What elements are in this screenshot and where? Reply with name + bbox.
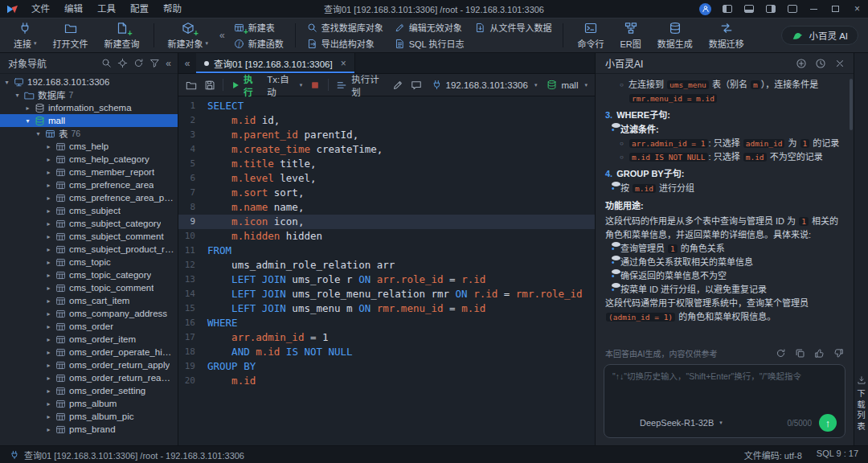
chevron-right-icon[interactable]: ▸ <box>45 246 52 253</box>
new-query-button[interactable]: 新建查询 <box>97 19 147 51</box>
tree-item-cms-subject-product-relation[interactable]: ▸cms_subject_product_relation <box>0 243 178 256</box>
chevron-right-icon[interactable]: ▸ <box>45 400 52 408</box>
chevron-right-icon[interactable]: ▸ <box>45 285 52 292</box>
copy-icon[interactable] <box>795 348 805 359</box>
tree-item-oms-order-item[interactable]: ▸oms_order_item <box>0 333 178 346</box>
chevron-right-icon[interactable]: ▸ <box>45 336 52 343</box>
tree-item-cms-member-report[interactable]: ▸cms_member_report <box>0 166 178 178</box>
tree-item-oms-order-return-reason[interactable]: ▸oms_order_return_reason <box>0 371 178 384</box>
save-icon[interactable] <box>204 80 215 91</box>
chevron-right-icon[interactable]: ▸ <box>45 220 52 227</box>
code-line-9[interactable]: 9 m.icon icon, <box>178 215 595 229</box>
tree-item-information-schema[interactable]: ▸information_schema <box>0 101 178 114</box>
tree-item-cms-subject[interactable]: ▸cms_subject <box>0 204 178 217</box>
tree-item-[interactable]: ▾数据库7 <box>0 88 178 101</box>
tree-item-cms-subject-comment[interactable]: ▸cms_subject_comment <box>0 230 178 243</box>
chevron-right-icon[interactable]: ▸ <box>45 272 52 279</box>
code-line-6[interactable]: 6 m.level level, <box>178 171 595 186</box>
file-encoding[interactable]: 文件编码: utf-8 <box>744 449 802 461</box>
cursor-position[interactable]: SQL 9 : 17 <box>817 449 858 461</box>
tabs-overflow-icon[interactable]: « <box>178 53 196 73</box>
layout-right-icon[interactable] <box>760 0 781 18</box>
ai-assistant-button[interactable]: 小百灵 AI <box>781 26 858 45</box>
chevron-right-icon[interactable]: ▸ <box>45 233 52 240</box>
filter-icon[interactable] <box>149 58 160 68</box>
tree-item-cms-topic-comment[interactable]: ▸cms_topic_comment <box>0 281 178 294</box>
code-line-15[interactable]: 15 LEFT JOIN ums_menu m ON rmr.menu_id =… <box>178 301 595 316</box>
code-line-14[interactable]: 14 LEFT JOIN ums_role_menu_relation rmr … <box>178 287 595 301</box>
ai-prompt-input[interactable] <box>612 371 837 381</box>
export-structure-button[interactable]: 导出结构对象 <box>302 36 388 51</box>
code-lines[interactable]: 1SELECT2 m.id id,3 m.parent_id parentId,… <box>178 96 595 445</box>
tree-item-oms-order-return-apply[interactable]: ▸oms_order_return_apply <box>0 359 178 371</box>
account-avatar[interactable] <box>694 0 716 18</box>
refresh-icon[interactable] <box>133 58 144 68</box>
format-icon[interactable] <box>392 80 403 91</box>
chevron-right-icon[interactable]: ▸ <box>45 156 52 163</box>
new-object-button[interactable]: 新建对象▾ <box>161 19 216 51</box>
tree-item-[interactable]: ▾表76 <box>0 127 178 140</box>
tree-item-pms-album[interactable]: ▸pms_album <box>0 397 178 410</box>
search-icon[interactable] <box>101 58 112 68</box>
code-line-1[interactable]: 1SELECT <box>178 99 595 113</box>
tree-item-oms-company-address[interactable]: ▸oms_company_address <box>0 307 178 320</box>
tree-item-cms-prefrence-area[interactable]: ▸cms_prefrence_area <box>0 178 178 191</box>
code-line-4[interactable]: 4 m.create_time createTime, <box>178 142 595 157</box>
code-line-18[interactable]: 18 AND m.id IS NOT NULL <box>178 345 595 359</box>
tree-item-oms-order-operate-history[interactable]: ▸oms_order_operate_history <box>0 346 178 359</box>
run-button[interactable]: 执行 <box>231 72 260 98</box>
close-tab-icon[interactable]: × <box>341 58 346 69</box>
menu-item[interactable]: 帮助 <box>156 0 189 18</box>
chevron-right-icon[interactable]: ▸ <box>45 426 52 433</box>
code-line-19[interactable]: 19GROUP BY <box>178 359 595 374</box>
close-button[interactable]: × <box>846 0 868 18</box>
chevron-right-icon[interactable]: ▸ <box>45 413 52 420</box>
chevron-right-icon[interactable]: ▸ <box>45 323 52 330</box>
chevron-right-icon[interactable]: ▸ <box>45 297 52 305</box>
code-line-3[interactable]: 3 m.parent_id parentId, <box>178 128 595 142</box>
tree-item-cms-topic[interactable]: ▸cms_topic <box>0 256 178 268</box>
send-button[interactable]: ↑ <box>819 414 837 432</box>
toolbar-overflow-icon[interactable]: « <box>217 30 227 41</box>
locate-icon[interactable] <box>117 58 128 68</box>
open-file-icon[interactable] <box>186 80 197 91</box>
chevron-right-icon[interactable]: ▸ <box>45 362 52 369</box>
tree-item-cms-help-category[interactable]: ▸cms_help_category <box>0 153 178 166</box>
minimize-button[interactable] <box>803 0 825 18</box>
download-list-tab[interactable]: 下载列表 <box>855 375 867 432</box>
tree-item-pms-brand[interactable]: ▸pms_brand <box>0 423 178 436</box>
new-function-button[interactable]: 新建函数 <box>229 36 289 51</box>
tree-item-oms-order[interactable]: ▸oms_order <box>0 320 178 333</box>
data-generate-button[interactable]: 数据生成 <box>650 19 700 51</box>
sql-log-button[interactable]: SQL 执行日志 <box>390 36 469 51</box>
connect-button[interactable]: 连接▾ <box>6 19 44 51</box>
import-data-button[interactable]: 从文件导入数据 <box>470 20 556 35</box>
menu-item[interactable]: 配置 <box>123 0 156 18</box>
stop-icon[interactable] <box>309 80 321 91</box>
chevron-down-icon[interactable]: ▾ <box>24 117 31 125</box>
tree-item-cms-topic-category[interactable]: ▸cms_topic_category <box>0 268 178 281</box>
chevron-down-icon[interactable]: ▾ <box>35 130 42 137</box>
message-icon[interactable] <box>411 80 422 91</box>
chevron-right-icon[interactable]: ▸ <box>45 375 52 382</box>
code-line-8[interactable]: 8 m.name name, <box>178 200 595 215</box>
tree-item-oms-cart-item[interactable]: ▸oms_cart_item <box>0 294 178 307</box>
edit-invalid-button[interactable]: 编辑无效对象 <box>390 20 469 35</box>
chevron-right-icon[interactable]: ▸ <box>45 387 52 395</box>
chevron-right-icon[interactable]: ▸ <box>45 195 52 202</box>
chevron-right-icon[interactable]: ▸ <box>45 182 52 189</box>
history-icon[interactable] <box>815 58 826 69</box>
layout-bottom-icon[interactable] <box>738 0 760 18</box>
code-line-7[interactable]: 7 m.sort sort, <box>178 186 595 200</box>
code-line-10[interactable]: 10 m.hidden hidden <box>178 229 595 244</box>
tree-item-oms-order-setting[interactable]: ▸oms_order_setting <box>0 384 178 397</box>
layout-full-icon[interactable] <box>781 0 803 18</box>
explain-plan-button[interactable]: 执行计划 <box>336 72 384 98</box>
thumb-down-icon[interactable] <box>833 348 844 359</box>
tree-item-cms-subject-category[interactable]: ▸cms_subject_category <box>0 217 178 230</box>
new-chat-icon[interactable] <box>796 58 807 69</box>
tree-item-pms-album-pic[interactable]: ▸pms_album_pic <box>0 410 178 423</box>
collapse-panel-icon[interactable]: « <box>166 58 171 69</box>
code-line-5[interactable]: 5 m.title title, <box>178 157 595 171</box>
er-diagram-button[interactable]: ER图 <box>612 19 648 51</box>
